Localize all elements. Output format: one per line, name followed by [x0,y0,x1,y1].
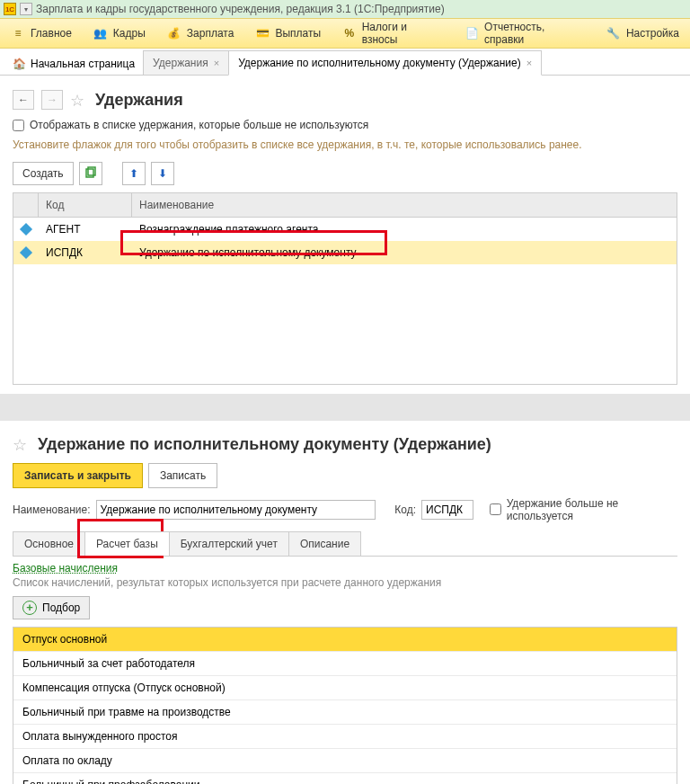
title-dropdown-icon[interactable]: ▾ [20,3,32,15]
nav-label: Отчетность, справки [484,21,585,46]
nav-main[interactable]: ≡ Главное [0,19,83,48]
nav-salary[interactable]: 💰 Зарплата [156,19,245,48]
move-up-button[interactable]: ⬆ [122,162,146,185]
tab-description[interactable]: Описание [288,531,361,556]
nav-staff[interactable]: 👥 Кадры [83,19,156,48]
base-accruals-link[interactable]: Базовые начисления [13,562,118,575]
app-logo-icon: 1С [4,3,16,15]
money-icon: 💰 [167,26,181,40]
card-icon: 💳 [255,26,270,40]
list-item[interactable]: Больничный при профзаболевании [13,773,677,784]
command-bar: Создать ⬆ ⬇ [13,162,677,185]
nav-back-button[interactable]: ← [13,90,34,110]
menu-icon: ≡ [11,26,25,40]
unused-checkbox[interactable] [490,503,501,515]
list-item-label: Больничный при профзаболевании [22,779,199,784]
nav-taxes[interactable]: % Налоги и взносы [332,19,454,48]
name-input[interactable] [96,500,376,520]
list-item[interactable]: Отпуск основной [13,628,677,652]
button-label: Записать и закрыть [24,469,131,482]
row-name: Вознаграждение платежного агента [132,219,677,239]
table-row[interactable]: ИСПДК Удержание по исполнительному докум… [13,241,677,264]
col-code[interactable]: Код [39,193,132,217]
nav-payments[interactable]: 💳 Выплаты [244,19,332,48]
section-separator [0,394,690,421]
list-item-label: Оплата вынужденного простоя [22,730,178,743]
button-label: Записать [160,469,206,482]
row-code: АГЕНТ [39,219,132,239]
write-button[interactable]: Записать [148,463,217,488]
page-title: Удержания [95,91,183,110]
nav-reports[interactable]: 📄 Отчетность, справки [455,19,596,48]
base-accruals-list: Отпуск основной Больничный за счет работ… [13,627,677,784]
wrench-icon: 🔧 [606,26,621,40]
tab-content: Базовые начисления Список начислений, ре… [13,557,677,784]
nav-label: Зарплата [187,27,234,40]
code-input[interactable] [421,500,473,520]
list-item-label: Оплата по окладу [22,754,112,767]
form-title: Удержание по исполнительному документу (… [38,435,491,454]
lower-section: ☆ Удержание по исполнительному документу… [0,421,690,784]
tab-label: Основное [24,538,74,550]
tab-accounting[interactable]: Бухгалтерский учет [169,531,289,556]
tab-label: Удержание по исполнительному документу (… [238,57,521,69]
nav-forward-button[interactable]: → [41,90,63,110]
list-item-label: Больничный за счет работодателя [22,657,195,670]
list-item[interactable]: Больничный за счет работодателя [13,652,677,676]
nav-label: Главное [31,27,72,40]
list-item-label: Компенсация отпуска (Отпуск основной) [22,682,226,694]
arrow-down-icon: ⬇ [158,167,167,180]
podbor-button[interactable]: + Подбор [13,596,90,619]
nav-label: Налоги и взносы [362,21,444,46]
link-label: Базовые начисления [13,562,118,575]
app-title: Зарплата и кадры государственного учрежд… [36,3,445,15]
row-icon-cell [13,245,39,261]
nav-label: Кадры [113,27,146,40]
tab-base-calc[interactable]: Расчет базы [84,531,170,556]
write-close-button[interactable]: Записать и закрыть [13,463,143,488]
col-type[interactable] [13,193,39,217]
list-item-label: Больничный при травме на производстве [22,706,231,718]
code-label: Код: [394,503,416,516]
list-item[interactable]: Больничный при травме на производстве [13,700,677,725]
percent-icon: % [342,26,357,40]
close-icon[interactable]: × [526,58,532,68]
base-hint: Список начислений, результат которых исп… [13,576,677,589]
tab-label: Расчет базы [96,538,158,550]
tab-home[interactable]: 🏠 Начальная страница [4,52,144,76]
list-item[interactable]: Оплата вынужденного простоя [13,725,677,749]
create-button[interactable]: Создать [13,162,74,185]
tab-label: Бухгалтерский учет [181,538,278,550]
favorite-icon[interactable]: ☆ [70,91,88,109]
doc-icon: 📄 [465,26,480,40]
upper-section: ← → ☆ Удержания Отображать в списке удер… [0,76,690,394]
favorite-icon[interactable]: ☆ [13,435,31,453]
tab-label: Удержания [153,57,208,69]
app-title-bar: 1С ▾ Зарплата и кадры государственного у… [0,0,690,18]
table-row[interactable]: АГЕНТ Вознаграждение платежного агента [13,218,677,241]
nav-settings[interactable]: 🔧 Настройка [596,19,690,48]
close-icon[interactable]: × [214,58,219,68]
show-unused-row: Отображать в списке удержания, которые б… [13,119,677,131]
tab-label: Начальная страница [31,58,135,70]
move-down-button[interactable]: ⬇ [151,162,174,185]
copy-button[interactable] [79,162,102,185]
inner-tabs: Основное Расчет базы Бухгалтерский учет … [13,531,677,557]
tab-label: Описание [300,538,349,550]
unused-label: Удержание больше не используется [507,497,677,522]
list-item[interactable]: Компенсация отпуска (Отпуск основной) [13,676,677,700]
tabs-row: 🏠 Начальная страница Удержания × Удержан… [0,49,690,76]
col-name[interactable]: Наименование [132,193,677,217]
tab-deductions[interactable]: Удержания × [143,50,229,76]
tab-main[interactable]: Основное [13,531,85,556]
row-name: Удержание по исполнительному документу [132,243,677,263]
name-code-row: Наименование: Код: Удержание больше не и… [13,497,677,522]
home-icon: 🏠 [13,58,25,70]
name-label: Наименование: [13,503,91,516]
list-item[interactable]: Оплата по окладу [13,749,677,773]
item-icon [19,246,31,259]
tab-deduction-form[interactable]: Удержание по исполнительному документу (… [228,50,542,76]
show-unused-checkbox[interactable] [13,120,24,131]
arrow-up-icon: ⬆ [129,167,138,180]
row-code: ИСПДК [39,243,132,263]
